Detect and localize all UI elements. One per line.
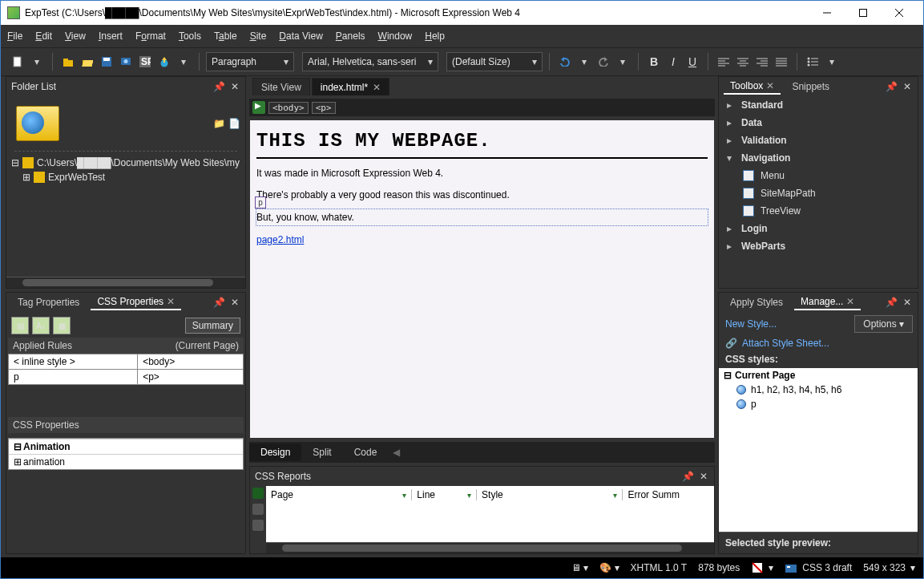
- show-set-props-button[interactable]: ▤: [11, 317, 29, 334]
- font-size-combo[interactable]: (Default Size): [446, 52, 543, 71]
- page-paragraph[interactable]: It was made in Microsoft Expression Web …: [256, 167, 708, 180]
- prev-result-button[interactable]: [252, 504, 264, 515]
- save-button[interactable]: [98, 53, 115, 71]
- font-combo[interactable]: Arial, Helvetica, sans-seri: [302, 52, 438, 71]
- menu-edit[interactable]: Edit: [35, 30, 52, 42]
- minimize-button[interactable]: [809, 2, 845, 24]
- status-doctype[interactable]: XHTML 1.0 T: [631, 562, 688, 573]
- status-css-schema[interactable]: CSS 3 draft: [802, 562, 852, 573]
- list-dropdown-icon[interactable]: ▾: [823, 53, 841, 71]
- publish-dropdown-icon[interactable]: ▾: [175, 53, 192, 71]
- css-prop-name[interactable]: animation: [23, 456, 65, 468]
- pin-icon[interactable]: 📌: [682, 471, 693, 482]
- toolbox-group-validation[interactable]: ▸Validation: [719, 132, 918, 149]
- tab-toolbox[interactable]: Toolbox✕: [724, 79, 781, 95]
- underline-button[interactable]: U: [684, 53, 701, 71]
- redo-dropdown-icon[interactable]: ▾: [614, 53, 631, 71]
- close-tab-icon[interactable]: ✕: [766, 80, 774, 91]
- menu-table[interactable]: Table: [214, 30, 237, 42]
- italic-button[interactable]: I: [664, 53, 682, 71]
- schema-icon[interactable]: [785, 562, 797, 573]
- toolbox-group-standard[interactable]: ▸Standard: [719, 96, 918, 114]
- scroll-left-icon[interactable]: ◀: [393, 447, 400, 458]
- toolbox-group-data[interactable]: ▸Data: [719, 114, 918, 132]
- pin-icon[interactable]: 📌: [213, 81, 224, 92]
- collapse-icon[interactable]: ⊟: [14, 441, 23, 452]
- open-site-button[interactable]: [59, 53, 77, 71]
- view-mode-split[interactable]: Split: [301, 443, 342, 461]
- menu-format[interactable]: Format: [135, 30, 166, 42]
- pin-icon[interactable]: 📌: [886, 81, 897, 92]
- style-application-button[interactable]: 🎨 ▾: [599, 562, 619, 573]
- maximize-button[interactable]: [845, 2, 881, 24]
- tree-child-row[interactable]: ⊞ ExprWebTest: [6, 170, 245, 184]
- status-dimensions[interactable]: 549 x 323: [863, 562, 906, 573]
- close-panel-icon[interactable]: ✕: [698, 471, 709, 482]
- tab-tag-properties[interactable]: Tag Properties: [11, 295, 86, 310]
- undo-dropdown-icon[interactable]: ▾: [575, 53, 593, 71]
- align-right-button[interactable]: [753, 53, 771, 71]
- close-tab-icon[interactable]: ✕: [167, 296, 175, 307]
- tab-site-view[interactable]: Site View: [252, 78, 310, 95]
- tree-root-row[interactable]: ⊟ C:\Users\█████\Documents\My Web Sites\…: [6, 156, 245, 170]
- collapse-icon[interactable]: ⊟: [11, 157, 19, 168]
- view-mode-design[interactable]: Design: [249, 443, 301, 461]
- tab-manage-styles[interactable]: Manage...✕: [794, 294, 861, 310]
- paragraph-style-combo[interactable]: Paragraph: [206, 52, 294, 71]
- quick-tag-go-icon[interactable]: [252, 101, 265, 114]
- horizontal-scrollbar[interactable]: [266, 542, 714, 553]
- menu-file[interactable]: File: [7, 30, 22, 42]
- view-mode-code[interactable]: Code: [343, 443, 389, 461]
- new-page-button[interactable]: [9, 53, 26, 71]
- run-report-button[interactable]: [252, 488, 264, 499]
- pin-icon[interactable]: 📌: [213, 297, 224, 308]
- tab-index-html[interactable]: index.html*✕: [312, 78, 389, 95]
- undo-button[interactable]: [556, 53, 574, 71]
- expand-icon[interactable]: ⊞: [22, 172, 30, 183]
- close-button[interactable]: [881, 2, 917, 24]
- categorize-button[interactable]: ▦: [53, 317, 71, 334]
- pin-icon[interactable]: 📌: [886, 297, 897, 308]
- style-rule[interactable]: p: [719, 397, 918, 411]
- next-result-button[interactable]: [252, 520, 264, 531]
- new-folder-icon[interactable]: 📁: [213, 118, 225, 129]
- superpreview-button[interactable]: SP: [136, 53, 154, 71]
- preview-button[interactable]: [117, 53, 135, 71]
- menu-dataview[interactable]: Data View: [279, 30, 322, 42]
- new-dropdown-icon[interactable]: ▾: [28, 53, 46, 71]
- redo-button[interactable]: [595, 53, 612, 71]
- style-rule[interactable]: h1, h2, h3, h4, h5, h6: [719, 383, 918, 397]
- toolbox-group-webparts[interactable]: ▸WebParts: [719, 237, 918, 255]
- page-heading[interactable]: THIS IS MY WEBPAGE.: [256, 128, 708, 159]
- attach-stylesheet-link[interactable]: Attach Style Sheet...: [742, 338, 829, 349]
- toolbox-item-sitemappath[interactable]: SiteMapPath: [719, 184, 918, 202]
- menu-view[interactable]: View: [65, 30, 86, 42]
- publish-button[interactable]: [155, 53, 173, 71]
- tab-snippets[interactable]: Snippets: [785, 79, 836, 94]
- summary-button[interactable]: Summary: [185, 318, 240, 334]
- selected-paragraph[interactable]: p But, you know, whatev.: [256, 209, 708, 225]
- bullet-list-button[interactable]: [804, 53, 821, 71]
- applied-rules-table[interactable]: < inline style ><body> p<p>: [8, 354, 244, 385]
- close-panel-icon[interactable]: ✕: [902, 297, 913, 308]
- sort-button[interactable]: A↓: [32, 317, 50, 334]
- align-justify-button[interactable]: [773, 53, 790, 71]
- horizontal-scrollbar[interactable]: [6, 277, 245, 288]
- expand-icon[interactable]: ⊞: [14, 456, 23, 468]
- bold-button[interactable]: B: [645, 53, 663, 71]
- toolbox-group-navigation[interactable]: ▾Navigation: [719, 149, 918, 167]
- menu-tools[interactable]: Tools: [179, 30, 201, 42]
- toolbox-item-treeview[interactable]: TreeView: [719, 202, 918, 220]
- tab-css-properties[interactable]: CSS Properties✕: [91, 294, 181, 310]
- tab-apply-styles[interactable]: Apply Styles: [724, 295, 789, 310]
- design-surface[interactable]: THIS IS MY WEBPAGE. It was made in Micro…: [249, 119, 715, 439]
- close-panel-icon[interactable]: ✕: [229, 297, 240, 308]
- close-panel-icon[interactable]: ✕: [902, 81, 913, 92]
- styles-options-button[interactable]: Options ▾: [854, 315, 913, 333]
- menu-panels[interactable]: Panels: [336, 30, 365, 42]
- align-left-button[interactable]: [715, 53, 732, 71]
- page-link[interactable]: page2.html: [256, 234, 304, 245]
- menu-site[interactable]: Site: [250, 30, 267, 42]
- report-columns[interactable]: Page▾ Line▾ Style▾ Error Summ: [266, 486, 714, 504]
- menu-window[interactable]: Window: [378, 30, 413, 42]
